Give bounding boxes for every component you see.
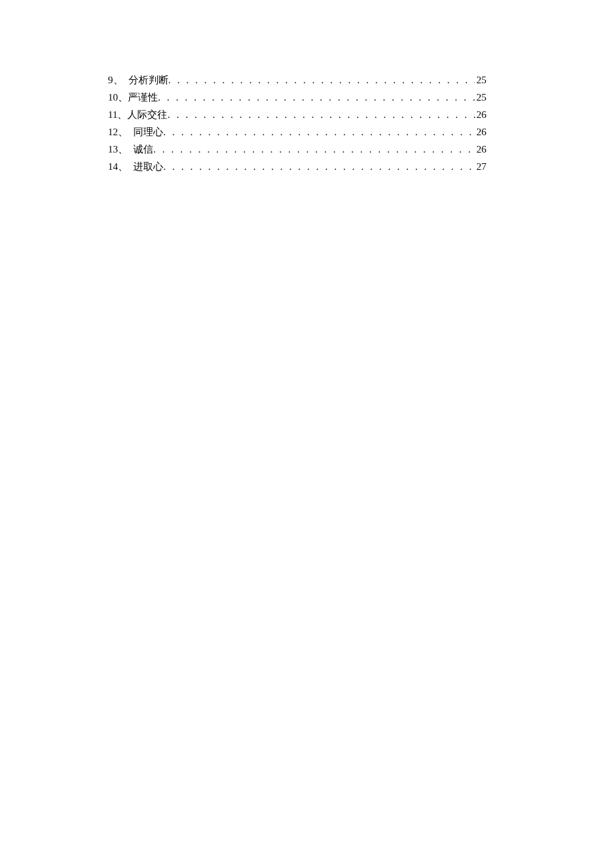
toc-entry-separator: 、 (118, 89, 128, 105)
toc-entry-separator: 、 (118, 141, 128, 157)
toc-entry: 10、严谨性. . . . . . . . . . . . . . . . . … (108, 89, 486, 105)
toc-entry-title: 诚信 (128, 141, 153, 157)
toc-entry-page: 27 (475, 159, 486, 175)
toc-entry-number: 13 (108, 141, 118, 157)
toc-entry-title: 人际交往 (127, 107, 167, 123)
toc-entry: 12、同理心. . . . . . . . . . . . . . . . . … (108, 124, 486, 140)
toc-entry-separator: 、 (117, 107, 127, 123)
toc-entry-leader-dots: . . . . . . . . . . . . . . . . . . . . … (167, 107, 475, 123)
toc-entry: 11、人际交往 . . . . . . . . . . . . . . . . … (108, 107, 486, 123)
toc-list: 9、分析判断. . . . . . . . . . . . . . . . . … (108, 72, 486, 175)
toc-entry-leader-dots: . . . . . . . . . . . . . . . . . . . . … (158, 89, 475, 105)
toc-entry-number: 9 (108, 72, 113, 88)
toc-entry-separator: 、 (113, 72, 123, 88)
toc-entry-number: 14 (108, 159, 118, 175)
toc-entry-separator: 、 (118, 159, 128, 175)
toc-entry-title: 严谨性 (128, 89, 158, 105)
toc-entry-title: 进取心 (128, 159, 163, 175)
toc-entry-leader-dots: . . . . . . . . . . . . . . . . . . . . … (163, 159, 475, 175)
toc-entry-page: 25 (475, 89, 486, 105)
toc-entry: 14、进取心. . . . . . . . . . . . . . . . . … (108, 159, 486, 175)
toc-entry-number: 11 (108, 107, 117, 123)
toc-entry-page: 26 (475, 141, 486, 157)
toc-entry-number: 10 (108, 89, 118, 105)
toc-page: 9、分析判断. . . . . . . . . . . . . . . . . … (0, 0, 613, 175)
toc-entry-page: 26 (475, 107, 486, 123)
toc-entry-title: 同理心 (128, 124, 163, 140)
toc-entry: 13、诚信. . . . . . . . . . . . . . . . . .… (108, 141, 486, 157)
toc-entry-page: 25 (475, 72, 486, 88)
toc-entry-title: 分析判断 (123, 72, 169, 88)
toc-entry-leader-dots: . . . . . . . . . . . . . . . . . . . . … (163, 124, 475, 140)
toc-entry-separator: 、 (118, 124, 128, 140)
toc-entry-leader-dots: . . . . . . . . . . . . . . . . . . . . … (169, 72, 476, 88)
toc-entry-leader-dots: . . . . . . . . . . . . . . . . . . . . … (153, 141, 475, 157)
toc-entry-number: 12 (108, 124, 118, 140)
toc-entry: 9、分析判断. . . . . . . . . . . . . . . . . … (108, 72, 486, 88)
toc-entry-page: 26 (475, 124, 486, 140)
